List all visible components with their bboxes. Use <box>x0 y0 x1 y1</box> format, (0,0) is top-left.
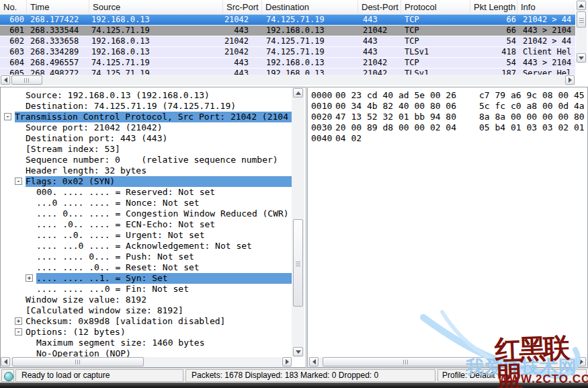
capture-status: Ready to load or capture <box>15 369 183 382</box>
cell-destination: 192.168.0.13 <box>262 26 358 36</box>
column-header-info[interactable]: Info <box>517 0 575 14</box>
tree-line-ip-source[interactable]: Source: 192.168.0.13 (192.168.0.13) <box>1 90 292 101</box>
cell-protocol: TCP <box>401 36 470 46</box>
packet-row-601[interactable]: 601268.33354474.125.71.19443192.168.0.13… <box>0 26 575 36</box>
detail-hscrollbar[interactable] <box>1 357 292 367</box>
hex-row[interactable]: 004004 02 <box>308 133 586 144</box>
tree-line-nop[interactable]: No-Operation (NOP) <box>1 348 292 358</box>
vscroll-thumb[interactable] <box>293 219 303 307</box>
scroll-left-arrow-icon[interactable] <box>1 75 10 85</box>
scroll-down-arrow-icon[interactable] <box>577 53 586 63</box>
tree-line-label: .... .... .0.. = Reset: Not set <box>36 262 200 273</box>
tree-line-checksum[interactable]: Checksum: 0x89d8 [validation disabled] <box>1 316 292 327</box>
tree-line-header-length[interactable]: Header length: 32 bytes <box>1 165 292 176</box>
scroll-right-arrow-icon[interactable] <box>565 75 575 85</box>
cell-pkt-length: 54 <box>470 36 517 46</box>
cell-source: 192.168.0.13 <box>89 36 223 46</box>
tree-line-flag-reserved[interactable]: 000. .... .... = Reserved: Not set <box>1 187 292 198</box>
tree-line-flag-ack[interactable]: .... ...0 .... = Acknowledgement: Not se… <box>1 241 292 251</box>
collapse-icon[interactable] <box>4 113 11 120</box>
cell-destination: 192.168.0.13 <box>262 58 358 68</box>
cell-src-port: 443 <box>223 69 262 75</box>
packet-list-vscrollbar[interactable] <box>576 0 587 63</box>
tree-line-flag-nonce[interactable]: ...0 .... .... = Nonce: Not set <box>1 198 292 208</box>
scroll-up-arrow-icon[interactable] <box>577 1 586 10</box>
scroll-right-arrow-icon[interactable] <box>577 357 586 366</box>
column-header-destination[interactable]: Destination <box>262 0 358 14</box>
collapse-icon[interactable] <box>15 328 22 336</box>
tree-line-flag-cwr[interactable]: .... 0... .... = Congestion Window Reduc… <box>1 208 292 219</box>
cell-source: 192.168.0.13 <box>89 15 223 25</box>
vscroll-thumb[interactable] <box>577 11 586 28</box>
tree-line-label: .... .... 0... = Push: Not set <box>36 251 194 262</box>
packet-row-602[interactable]: 602268.333658192.168.0.132104274.125.71.… <box>0 36 575 47</box>
hex-row[interactable]: 001000 34 4b 82 40 00 80 065c fc c0 a8 0… <box>308 101 586 112</box>
cell-pkt-length: 66 <box>470 26 517 36</box>
tree-line-stream-index[interactable]: [Stream index: 53] <box>1 144 292 155</box>
cell-pkt-length: 66 <box>470 15 517 25</box>
packet-row-604[interactable]: 604268.49655774.125.71.19443192.168.0.13… <box>0 58 575 69</box>
tree-line-flag-urgent[interactable]: .... ..0. .... = Urgent: Not set <box>1 230 292 241</box>
expand-icon[interactable] <box>26 274 33 282</box>
expand-icon[interactable] <box>15 317 22 325</box>
tree-line-destination-port[interactable]: Destination port: 443 (443) <box>1 133 292 144</box>
packet-row-603[interactable]: 603268.334289192.168.0.132104274.125.71.… <box>0 47 575 58</box>
detail-vscrollbar[interactable] <box>292 87 304 357</box>
hex-row[interactable]: 003020 00 89 d8 00 00 02 0405 b4 01 03 0… <box>308 122 586 133</box>
tree-line-flag-reset[interactable]: .... .... .0.. = Reset: Not set <box>1 262 292 273</box>
packet-row-605[interactable]: 605268.49827274.125.71.19443192.168.0.13… <box>0 69 575 75</box>
cell-source: 74.125.71.19 <box>89 58 223 68</box>
column-header-dest-port[interactable]: Dest-Port <box>358 0 401 14</box>
column-header-time[interactable]: Time <box>27 0 89 14</box>
packet-row-600[interactable]: 600268.177422192.168.0.132104274.125.71.… <box>0 15 575 26</box>
expert-info-icon[interactable] <box>4 372 13 381</box>
column-header-pkt-length[interactable]: Pkt Length <box>470 0 517 14</box>
column-header-no[interactable]: No. <box>0 0 27 14</box>
scroll-right-arrow-icon[interactable] <box>282 357 292 366</box>
hex-row[interactable]: 002047 13 52 32 01 bb 94 808a 8a 00 00 0… <box>308 112 586 122</box>
cell-info: Client Hel <box>517 47 575 57</box>
tree-line-label: Window size value: 8192 <box>26 295 146 305</box>
cell-no: 600 <box>0 15 27 25</box>
tree-line-source-port[interactable]: Source port: 21042 (21042) <box>1 122 292 133</box>
cell-no: 601 <box>0 26 27 36</box>
scroll-left-arrow-icon[interactable] <box>1 357 10 366</box>
profile-status[interactable]: Profile: Default <box>437 369 587 382</box>
column-header-src-port[interactable]: Src-Port <box>223 0 262 14</box>
cell-dest-port: 443 <box>358 15 401 25</box>
hex-offset: 0020 <box>311 112 332 122</box>
tree-line-mss[interactable]: Maximum segment size: 1460 bytes <box>1 338 292 348</box>
packet-list-hscrollbar[interactable] <box>0 75 575 85</box>
tree-line-options[interactable]: Options: (12 bytes) <box>1 327 292 338</box>
hex-row[interactable]: 000000 23 cd 40 ad 5e 00 26c7 79 a6 9c 0… <box>308 90 586 101</box>
hex-hscrollbar[interactable] <box>308 357 587 367</box>
hscroll-thumb[interactable] <box>323 357 489 366</box>
tree-line-flag-fin[interactable]: .... .... ...0 = Fin: Not set <box>1 284 292 295</box>
tree-line-window-size[interactable]: Window size value: 8192 <box>1 295 292 305</box>
tree-line-label: .... ..0. .... = Urgent: Not set <box>36 230 204 241</box>
scroll-up-arrow-icon[interactable] <box>293 88 303 98</box>
collapse-icon[interactable] <box>15 178 22 185</box>
tree-line-calc-window-size[interactable]: [Calculated window size: 8192] <box>1 305 292 316</box>
scroll-down-arrow-icon[interactable] <box>293 347 303 356</box>
tree-line-flag-ecn[interactable]: .... .0.. .... = ECN-Echo: Not set <box>1 219 292 230</box>
tree-line-tcp[interactable]: Transmission Control Protocol, Src Port:… <box>1 112 292 122</box>
expert-info-section[interactable] <box>1 369 14 382</box>
hscroll-thumb[interactable] <box>12 357 144 366</box>
tree-line-flag-syn[interactable]: .... .... ..1. = Syn: Set <box>1 273 292 284</box>
cell-time: 268.334289 <box>27 47 89 57</box>
tree-line-label: .... ...0 .... = Acknowledgement: Not se… <box>36 241 252 251</box>
column-header-protocol[interactable]: Protocol <box>401 0 470 14</box>
packet-detail-pane: Source: 192.168.0.13 (192.168.0.13) Dest… <box>0 87 306 368</box>
column-header-source[interactable]: Source <box>89 0 223 14</box>
tree-line-label: Flags: 0x02 (SYN) <box>26 176 292 187</box>
tree-line-ip-destination[interactable]: Destination: 74.125.71.19 (74.125.71.19) <box>1 101 292 112</box>
status-bar: Ready to load or capture Packets: 1678 D… <box>0 368 588 383</box>
tree-line-flag-push[interactable]: .... .... 0... = Push: Not set <box>1 251 292 262</box>
cell-info: 21042 > 44 <box>517 36 575 46</box>
hscroll-thumb[interactable] <box>11 75 42 85</box>
tree-line-sequence-number[interactable]: Sequence number: 0 (relative sequence nu… <box>1 155 292 165</box>
scroll-left-arrow-icon[interactable] <box>309 357 319 366</box>
hex-offset: 0000 <box>311 90 332 101</box>
tree-line-flags[interactable]: Flags: 0x02 (SYN) <box>1 176 292 187</box>
